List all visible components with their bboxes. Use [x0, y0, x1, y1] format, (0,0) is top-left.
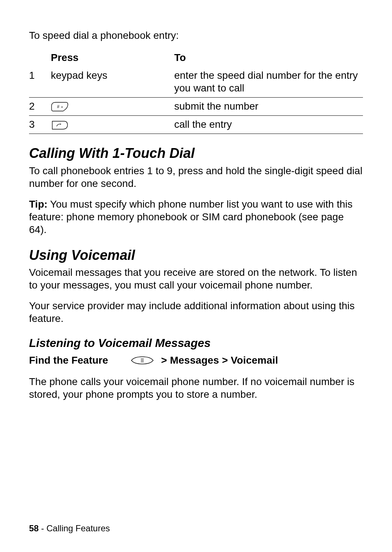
hash-key-icon: # » — [51, 102, 68, 113]
nav-path: > Messages > Voicemail — [161, 354, 278, 367]
nav-sep: > — [161, 355, 167, 366]
row-num: 1 — [29, 67, 51, 98]
tip-text: You must specify which phone number list… — [29, 199, 352, 235]
table-head-press: Press — [51, 49, 174, 67]
row-num: 3 — [29, 116, 51, 134]
heading-1touch: Calling With 1-Touch Dial — [29, 145, 363, 162]
page-number: 58 — [29, 523, 39, 533]
svg-text:#: # — [57, 104, 60, 109]
table-head-to: To — [174, 49, 363, 67]
menu-key-icon — [130, 355, 155, 365]
footer-section: Calling Features — [46, 523, 110, 533]
svg-point-2 — [60, 123, 61, 124]
para-tip: Tip: You must specify which phone number… — [29, 198, 363, 236]
row-num: 2 — [29, 98, 51, 116]
footer-sep: - — [39, 523, 46, 533]
table-row: 1 keypad keys enter the speed dial numbe… — [29, 67, 363, 98]
para-listening: The phone calls your voicemail phone num… — [29, 375, 363, 401]
page-footer: 58 - Calling Features — [29, 523, 110, 534]
row-to: submit the number — [174, 98, 363, 116]
row-to: call the entry — [174, 116, 363, 134]
row-press: keypad keys — [51, 67, 174, 98]
para-1touch: To call phonebook entries 1 to 9, press … — [29, 164, 363, 190]
nav-item-voicemail: Voicemail — [231, 355, 278, 366]
find-feature-label: Find the Feature — [29, 354, 108, 367]
nav-item-messages: Messages — [170, 355, 219, 366]
para-voicemail-1: Voicemail messages that you receive are … — [29, 266, 363, 291]
intro-text: To speed dial a phonebook entry: — [29, 29, 363, 42]
tip-label: Tip: — [29, 199, 48, 210]
para-voicemail-2: Your service provider may include additi… — [29, 299, 363, 325]
heading-voicemail: Using Voicemail — [29, 247, 363, 264]
svg-text:»: » — [61, 105, 63, 109]
heading-listening: Listening to Voicemail Messages — [29, 336, 363, 350]
table-row: 3 call the entry — [29, 116, 363, 134]
send-key-icon — [51, 120, 68, 131]
table-row: 2 # » submit the number — [29, 98, 363, 116]
speed-dial-table: Press To 1 keypad keys enter the speed d… — [29, 49, 363, 134]
find-feature-row: Find the Feature > Messages > Voicemail — [29, 354, 363, 367]
row-to: enter the speed dial number for the entr… — [174, 67, 363, 98]
nav-sep: > — [222, 355, 228, 366]
